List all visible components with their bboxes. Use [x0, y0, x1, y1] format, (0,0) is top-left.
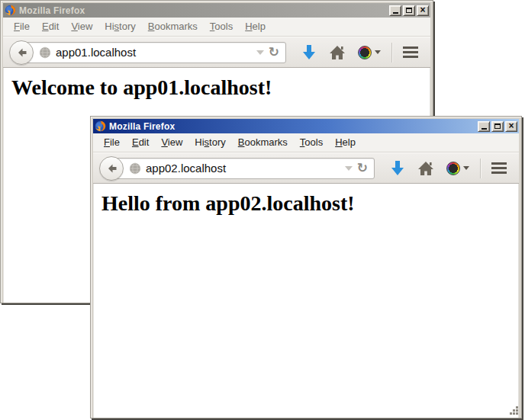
menu-edit[interactable]: Edit	[36, 18, 65, 36]
window-title: Mozilla Firefox	[109, 121, 175, 132]
menu-bar: File Edit View History Bookmarks Tools H…	[3, 18, 430, 37]
menu-file[interactable]: File	[8, 18, 36, 36]
menu-tools[interactable]: Tools	[294, 133, 329, 152]
toolbar-separator	[391, 43, 392, 63]
maximize-button[interactable]	[403, 5, 415, 16]
menu-bookmarks[interactable]: Bookmarks	[232, 133, 294, 152]
navigation-toolbar: ↻	[93, 152, 519, 184]
menu-hamburger-button[interactable]	[403, 46, 418, 58]
menu-bar: File Edit View History Bookmarks Tools H…	[93, 133, 519, 152]
menu-help[interactable]: Help	[329, 133, 362, 152]
menu-view[interactable]: View	[155, 133, 188, 152]
reload-icon[interactable]: ↻	[357, 162, 368, 175]
download-icon	[390, 160, 405, 177]
home-icon	[417, 161, 434, 176]
url-input[interactable]	[56, 46, 252, 59]
menu-help[interactable]: Help	[239, 18, 272, 36]
minimize-icon	[393, 12, 398, 14]
firefox-window-app02: Mozilla Firefox × File Edit View History…	[90, 116, 522, 418]
toolbar-separator	[480, 159, 481, 178]
resize-grip-dots	[509, 406, 511, 408]
back-button[interactable]	[99, 156, 124, 181]
titlebar[interactable]: Mozilla Firefox ×	[93, 119, 519, 133]
minimize-button[interactable]	[389, 5, 401, 16]
titlebar[interactable]: Mozilla Firefox ×	[3, 3, 430, 18]
maximize-button[interactable]	[491, 121, 504, 132]
close-icon: ×	[508, 121, 514, 130]
page-heading: Hello from app02.localhost!	[94, 184, 518, 216]
download-button[interactable]	[301, 44, 317, 61]
color-wheel-addon-icon	[446, 162, 460, 175]
close-button[interactable]: ×	[505, 121, 517, 132]
page-content-app02: Hello from app02.localhost!	[93, 184, 519, 418]
menu-hamburger-button[interactable]	[491, 162, 507, 174]
home-button[interactable]	[329, 45, 346, 60]
addon-button[interactable]	[358, 46, 381, 59]
menu-file[interactable]: File	[98, 133, 126, 152]
addon-caret-icon	[463, 166, 469, 170]
url-input[interactable]	[146, 162, 340, 175]
menu-edit[interactable]: Edit	[126, 133, 155, 152]
back-icon	[15, 46, 27, 59]
minimize-icon	[482, 128, 487, 130]
back-button[interactable]	[9, 40, 34, 65]
resize-grip[interactable]	[509, 406, 518, 415]
home-button[interactable]	[417, 161, 434, 176]
site-identity-globe-icon[interactable]	[129, 162, 141, 175]
close-button[interactable]: ×	[417, 5, 429, 16]
download-icon	[301, 44, 317, 61]
page-heading: Welcome to app01.localhost!	[4, 68, 430, 100]
url-bar[interactable]: ↻	[21, 42, 286, 63]
firefox-logo-icon[interactable]	[95, 120, 106, 132]
window-title: Mozilla Firefox	[19, 5, 85, 16]
site-identity-globe-icon[interactable]	[39, 46, 51, 59]
color-wheel-addon-icon	[358, 46, 372, 59]
minimize-button[interactable]	[478, 121, 490, 132]
url-bar[interactable]: ↻	[111, 158, 375, 179]
navigation-toolbar: ↻	[3, 37, 430, 68]
menu-history[interactable]: History	[98, 18, 141, 36]
desktop: Mozilla Firefox × File Edit View History…	[0, 0, 525, 420]
addon-caret-icon	[375, 50, 381, 54]
maximize-icon	[494, 123, 501, 129]
close-icon: ×	[420, 5, 425, 14]
firefox-logo-icon[interactable]	[5, 5, 16, 16]
menu-view[interactable]: View	[65, 18, 98, 36]
menu-bookmarks[interactable]: Bookmarks	[142, 18, 204, 36]
url-dropdown-icon[interactable]	[256, 50, 264, 55]
menu-tools[interactable]: Tools	[204, 18, 239, 36]
maximize-icon	[406, 8, 412, 13]
back-icon	[105, 162, 118, 175]
home-icon	[329, 45, 346, 60]
addon-button[interactable]	[446, 162, 469, 175]
reload-icon[interactable]: ↻	[269, 46, 279, 59]
download-button[interactable]	[390, 160, 405, 177]
menu-history[interactable]: History	[188, 133, 231, 152]
url-dropdown-icon[interactable]	[345, 166, 353, 171]
